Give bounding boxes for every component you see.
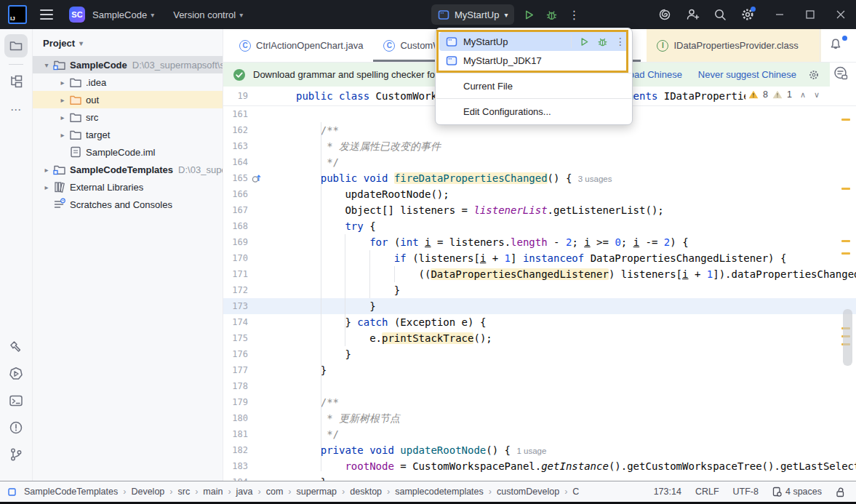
breadcrumb-item[interactable]: desktop bbox=[350, 487, 382, 497]
editor-tab[interactable]: IIDataPropertiesProvider.class bbox=[647, 29, 821, 62]
code-line-175[interactable]: 175 e.printStackTrace(); bbox=[223, 330, 856, 346]
code-line-177[interactable]: 177 } bbox=[223, 362, 856, 378]
line-number[interactable]: 180 bbox=[223, 410, 248, 426]
line-number[interactable]: 171 bbox=[223, 266, 248, 282]
code-line-166[interactable]: 166 updateRootNode(); bbox=[223, 186, 856, 202]
bug-icon[interactable] bbox=[597, 36, 608, 47]
line-number[interactable]: 170 bbox=[223, 250, 248, 266]
caret-position[interactable]: 173:14 bbox=[654, 487, 681, 497]
code-line-165[interactable]: 165 public void fireDataPropertiesChange… bbox=[223, 170, 856, 186]
project-avatar[interactable]: SC bbox=[69, 7, 85, 23]
line-number[interactable]: 172 bbox=[223, 282, 248, 298]
code-line-176[interactable]: 176 } bbox=[223, 346, 856, 362]
previous-issue-chevron-up-icon[interactable]: ∧ bbox=[800, 90, 806, 100]
indent-setting[interactable]: 4 spaces bbox=[772, 487, 822, 497]
chevron-right-icon[interactable]: ▸ bbox=[40, 166, 53, 174]
tree-item-external-libraries[interactable]: ▸External Libraries bbox=[33, 178, 223, 196]
project-panel-header[interactable]: Project ▾ bbox=[33, 29, 223, 56]
breadcrumb-item[interactable]: SampleCodeTemplates bbox=[24, 487, 118, 497]
line-number[interactable]: 173 bbox=[223, 298, 248, 314]
run-button play-icon[interactable] bbox=[523, 9, 535, 21]
banner-settings-gear-icon[interactable] bbox=[808, 69, 820, 81]
line-number[interactable]: 184 bbox=[223, 474, 248, 481]
popup-item-mystartup[interactable]: MyStartUp⋮ bbox=[439, 32, 628, 51]
ai-assistant-icon[interactable] bbox=[654, 4, 676, 25]
tree-item-target[interactable]: ▸target bbox=[33, 126, 223, 143]
code-line-180[interactable]: 180 * 更新树根节点 bbox=[223, 410, 856, 426]
tree-item--idea[interactable]: ▸.idea bbox=[33, 73, 223, 91]
line-number[interactable]: 168 bbox=[223, 218, 248, 234]
code-line-181[interactable]: 181 */ bbox=[223, 426, 856, 442]
search-icon[interactable] bbox=[709, 4, 731, 25]
code-viewport[interactable]: 161162 /**163 * 发送属性已改变的事件164 */165 publ… bbox=[223, 106, 856, 481]
structure-tool-button structure-icon[interactable] bbox=[4, 70, 28, 93]
file-encoding[interactable]: UTF-8 bbox=[733, 487, 759, 497]
line-number[interactable]: 179 bbox=[223, 394, 248, 410]
line-number[interactable]: 174 bbox=[223, 314, 248, 330]
line-number[interactable]: 161 bbox=[223, 106, 248, 122]
chevron-right-icon[interactable]: ▸ bbox=[56, 96, 69, 104]
build-tool-button hammer-icon[interactable] bbox=[9, 340, 23, 354]
run-tool-button play-hexagon-icon[interactable] bbox=[9, 367, 23, 381]
code-line-184[interactable]: 184 } bbox=[223, 474, 856, 481]
code-line-169[interactable]: 169 for (int i = listeners.length - 2; i… bbox=[223, 234, 856, 250]
hamburger-menu-icon[interactable] bbox=[40, 9, 53, 20]
line-number[interactable]: 176 bbox=[223, 346, 248, 362]
code-line-183[interactable]: 183 rootNode = CustomWorkspacePanel.getI… bbox=[223, 458, 856, 474]
code-line-171[interactable]: 171 ((DataPropertiesChangedListener) lis… bbox=[223, 266, 856, 282]
code-line-168[interactable]: 168 try { bbox=[223, 218, 856, 234]
tree-item-samplecodetemplates[interactable]: ▸SampleCodeTemplatesD:\03_super bbox=[33, 161, 223, 178]
breadcrumb-item[interactable]: customDevelop bbox=[497, 487, 559, 497]
line-number[interactable]: 175 bbox=[223, 330, 248, 346]
problems-tool-button exclamation-icon[interactable] bbox=[9, 420, 23, 435]
inspections-widget[interactable]: 8 1 ∧ ∨ bbox=[745, 88, 823, 101]
version-control-tool-button git-branch-icon[interactable] bbox=[9, 447, 23, 462]
code-with-me-icon[interactable] bbox=[681, 4, 703, 25]
warning-stripe-mark[interactable] bbox=[841, 188, 850, 190]
tree-item-out[interactable]: ▸out bbox=[33, 91, 223, 108]
popup-item-edit-configurations-[interactable]: Edit Configurations... bbox=[439, 102, 628, 121]
line-number[interactable]: 167 bbox=[223, 202, 248, 218]
line-number[interactable]: 177 bbox=[223, 362, 248, 378]
code-line-174[interactable]: 174 } catch (Exception e) { bbox=[223, 314, 856, 330]
breadcrumb-item[interactable]: main bbox=[203, 487, 223, 497]
warning-stripe-mark[interactable] bbox=[841, 252, 850, 255]
never-suggest-chinese-link[interactable]: Never suggest Chinese bbox=[698, 69, 796, 80]
breadcrumb-item[interactable]: src bbox=[177, 487, 190, 497]
settings-gear-icon[interactable] bbox=[737, 4, 759, 25]
breadcrumb-item[interactable]: supermap bbox=[296, 487, 337, 497]
code-line-179[interactable]: 179 /** bbox=[223, 394, 856, 410]
chevron-right-icon[interactable]: ▸ bbox=[56, 131, 69, 139]
vertical-scrollbar[interactable] bbox=[843, 309, 852, 366]
code-line-163[interactable]: 163 * 发送属性已改变的事件 bbox=[223, 138, 856, 154]
code-line-167[interactable]: 167 Object[] listeners = listenerList.ge… bbox=[223, 202, 856, 218]
breadcrumb-item[interactable]: com bbox=[266, 487, 284, 497]
code-line-164[interactable]: 164 */ bbox=[223, 154, 856, 170]
debug-button bug-icon[interactable] bbox=[545, 9, 558, 21]
project-name-menu[interactable]: SampleCode ▾ bbox=[92, 9, 154, 20]
popup-item-current-file[interactable]: Current File bbox=[439, 76, 628, 95]
project-tool-button folder-icon[interactable] bbox=[4, 34, 28, 57]
code-line-182[interactable]: 182 private void updateRootNode() { 1 us… bbox=[223, 442, 856, 458]
run-configuration-selector[interactable]: MyStartUp ▾ bbox=[431, 4, 514, 25]
chevron-right-icon[interactable]: ▸ bbox=[56, 113, 69, 121]
terminal-tool-button terminal-icon[interactable] bbox=[9, 393, 23, 408]
breadcrumb-item[interactable]: Develop bbox=[131, 487, 164, 497]
minimize-button[interactable] bbox=[764, 0, 795, 29]
play-icon[interactable] bbox=[579, 36, 590, 47]
editor-tab[interactable]: CCtrlActionOpenChart.java bbox=[229, 29, 373, 62]
line-number[interactable]: 163 bbox=[223, 138, 248, 154]
line-number[interactable]: 169 bbox=[223, 234, 248, 250]
more-actions-icon[interactable]: ⋮ bbox=[615, 36, 625, 47]
code-line-172[interactable]: 172 } bbox=[223, 282, 856, 298]
more-tool-windows-icon[interactable]: ⋯ bbox=[4, 98, 28, 121]
line-ending[interactable]: CRLF bbox=[695, 487, 719, 497]
maximize-button[interactable] bbox=[795, 0, 825, 29]
line-number[interactable]: 178 bbox=[223, 378, 248, 394]
line-number[interactable]: 181 bbox=[223, 426, 248, 442]
more-actions-icon[interactable]: ⋮ bbox=[568, 8, 580, 22]
next-issue-chevron-down-icon[interactable]: ∨ bbox=[814, 90, 820, 100]
version-control-menu[interactable]: Version control ▾ bbox=[173, 9, 243, 20]
tree-item-scratches-and-consoles[interactable]: Scratches and Consoles bbox=[33, 196, 223, 213]
line-number[interactable]: 162 bbox=[223, 122, 248, 138]
